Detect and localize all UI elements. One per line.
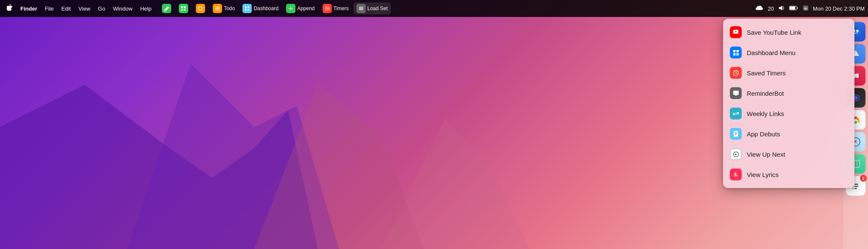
weekly-links-icon: [730, 108, 742, 119]
loadset-label: Load Set: [367, 6, 388, 11]
view-up-next-icon: [730, 148, 742, 160]
timers-icon: [323, 4, 332, 13]
menubar-left: Finder File Edit View Go Window Help: [3, 3, 756, 14]
timers-label: Timers: [334, 6, 349, 11]
svg-rect-28: [733, 91, 739, 95]
window-menu[interactable]: Window: [109, 5, 136, 13]
apple-menu[interactable]: [3, 4, 16, 13]
svg-rect-26: [736, 53, 739, 55]
reminderbot-label: ReminderBot: [747, 90, 784, 97]
svg-rect-5: [215, 7, 220, 8]
volume-icon[interactable]: [778, 5, 785, 12]
svg-rect-0: [181, 6, 183, 8]
menubar: Finder File Edit View Go Window Help: [0, 0, 868, 17]
todo-label: Todo: [224, 6, 235, 11]
svg-rect-3: [184, 9, 186, 11]
svg-rect-17: [359, 9, 363, 10]
view-up-next-label: View Up Next: [747, 151, 785, 158]
dashboard-app[interactable]: Dashboard: [239, 3, 281, 14]
todo-icon: [213, 4, 222, 13]
reminderbot-item[interactable]: ReminderBot: [723, 83, 854, 103]
svg-point-41: [857, 120, 860, 123]
svg-rect-6: [215, 8, 220, 9]
view-lyrics-item[interactable]: View Lyrics: [723, 164, 854, 185]
svg-rect-1: [184, 6, 186, 8]
svg-point-8: [245, 6, 247, 8]
append-app[interactable]: Append: [283, 3, 317, 14]
svg-point-36: [856, 30, 859, 32]
help-menu[interactable]: Help: [137, 5, 155, 13]
view-lyrics-label: View Lyrics: [747, 171, 779, 178]
svg-rect-4: [199, 7, 202, 10]
svg-rect-15: [359, 7, 363, 8]
svg-rect-24: [736, 50, 739, 53]
svg-rect-23: [733, 50, 736, 53]
go-menu[interactable]: Go: [95, 5, 108, 13]
calendar-icon[interactable]: 20: [768, 6, 773, 12]
svg-rect-31: [734, 133, 737, 134]
svg-rect-51: [854, 186, 858, 187]
file-menu[interactable]: File: [42, 5, 57, 13]
saved-timers-icon: [730, 67, 742, 79]
svg-rect-13: [289, 8, 293, 9]
svg-rect-19: [790, 6, 795, 9]
svg-point-11: [248, 9, 249, 11]
weekly-links-item[interactable]: Weekly Links: [723, 103, 854, 124]
view-up-next-item[interactable]: View Up Next: [723, 144, 854, 164]
edit-menu[interactable]: Edit: [58, 5, 74, 13]
svg-rect-32: [734, 135, 736, 136]
reminderbot-icon: [730, 87, 742, 99]
dashboard-label: Dashboard: [253, 6, 278, 11]
svg-rect-49: [854, 184, 858, 185]
pencil-app[interactable]: [159, 3, 174, 14]
battery-icon[interactable]: [789, 6, 798, 12]
icloud-icon[interactable]: [756, 5, 763, 12]
saved-timers-item[interactable]: Saved Timers: [723, 63, 854, 83]
app-debuts-icon: [730, 128, 742, 140]
svg-rect-16: [359, 8, 363, 9]
append-icon: [286, 4, 295, 13]
finder-menu[interactable]: Finder: [17, 5, 41, 13]
save-youtube-label: Save YouTube Link: [747, 29, 801, 36]
app-debuts-item[interactable]: App Debuts: [723, 124, 854, 144]
dashboard-menu-icon: [730, 47, 742, 58]
svg-rect-2: [181, 9, 183, 11]
svg-point-40: [857, 118, 859, 120]
timers-app[interactable]: Timers: [320, 3, 352, 14]
loadset-icon: [356, 4, 366, 13]
dropdown-menu: Save YouTube Link Dashboard Menu Saved T…: [723, 19, 854, 188]
dashboard-icon: [242, 4, 252, 13]
reminders-badge: 2: [860, 175, 867, 182]
orange-sq-icon: [196, 4, 205, 13]
append-label: Append: [297, 6, 314, 11]
datetime: Mon 20 Dec 2:30 PM: [813, 6, 865, 12]
svg-point-42: [854, 121, 857, 124]
view-lyrics-icon: [730, 169, 742, 180]
svg-point-39: [854, 116, 857, 119]
todo-app[interactable]: Todo: [210, 3, 238, 14]
svg-point-9: [248, 6, 249, 8]
svg-point-10: [245, 9, 247, 11]
save-youtube-item[interactable]: Save YouTube Link: [723, 22, 854, 42]
svg-point-46: [855, 141, 856, 142]
green-box-app[interactable]: [176, 3, 191, 14]
svg-rect-25: [733, 53, 736, 55]
svg-point-52: [853, 188, 854, 189]
save-youtube-icon: [730, 26, 742, 38]
green-box-icon: [179, 4, 188, 13]
menubar-system-icons: 20 Mon 20 Dec 2:30 PM: [756, 5, 865, 12]
view-menu[interactable]: View: [75, 5, 94, 13]
orange-sq-app[interactable]: [193, 3, 208, 14]
svg-rect-7: [215, 10, 220, 11]
svg-rect-30: [734, 132, 737, 133]
svg-rect-53: [854, 188, 857, 189]
wifi-icon[interactable]: [803, 5, 809, 12]
svg-point-21: [805, 9, 806, 10]
pencil-app-icon: [162, 4, 171, 13]
dashboard-menu-label: Dashboard Menu: [747, 49, 796, 56]
weekly-links-label: Weekly Links: [747, 110, 784, 117]
loadset-app[interactable]: Load Set: [353, 3, 391, 14]
saved-timers-label: Saved Timers: [747, 69, 786, 77]
dashboard-menu-item[interactable]: Dashboard Menu: [723, 42, 854, 63]
app-debuts-label: App Debuts: [747, 130, 780, 138]
